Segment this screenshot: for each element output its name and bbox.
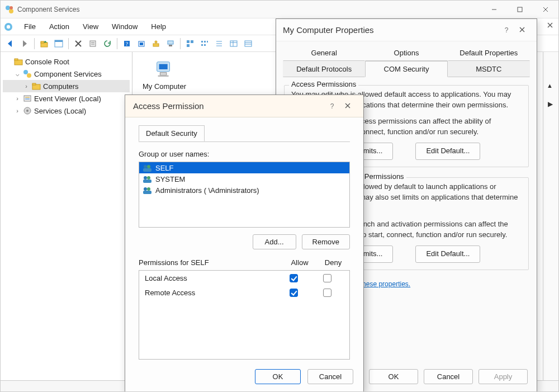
mcprops-cancel-button[interactable]: Cancel — [424, 369, 473, 384]
close-icon[interactable] — [514, 26, 530, 34]
svg-rect-66 — [143, 168, 151, 172]
mcprops-apply-button[interactable]: Apply — [479, 369, 528, 384]
svg-rect-69 — [143, 180, 151, 183]
toolbar-icon-a[interactable] — [135, 37, 148, 50]
chevron-right-icon[interactable]: › — [23, 83, 30, 89]
nav-forward-icon[interactable] — [18, 37, 31, 50]
tree-services[interactable]: › Services (Local) — [3, 105, 130, 117]
access-edit-default-button[interactable]: Edit Default... — [415, 143, 480, 160]
component-services-window: Component Services File Action View Wind… — [0, 0, 559, 392]
titlebar: Component Services — [1, 1, 558, 18]
tab-default-protocols[interactable]: Default Protocols — [283, 61, 365, 77]
minimize-button[interactable] — [481, 1, 507, 18]
tree-event-viewer-label: Event Viewer (Local) — [34, 95, 101, 103]
svg-rect-32 — [201, 44, 203, 46]
help-icon[interactable]: ? — [499, 26, 514, 34]
permissions-for-label: Permissions for SELF — [139, 258, 283, 267]
svg-rect-33 — [204, 44, 206, 46]
tree-component-services[interactable]: ⌵ Component Services — [3, 68, 130, 80]
tree-component-services-label: Component Services — [34, 70, 102, 78]
accperm-cancel-button[interactable]: Cancel — [307, 369, 353, 384]
tab-options[interactable]: Options — [365, 45, 447, 61]
console-tree[interactable]: Console Root ⌵ Component Services › Comp… — [1, 52, 132, 380]
view-icons-small-icon[interactable] — [198, 37, 211, 50]
component-services-icon — [23, 69, 32, 78]
tab-default-security[interactable]: Default Security — [139, 125, 205, 141]
svg-point-45 — [23, 70, 28, 74]
launch-edit-default-button[interactable]: Edit Default... — [415, 245, 480, 263]
tree-computers-label: Computers — [43, 82, 79, 91]
actions-pane: ▲ ▶ — [543, 52, 558, 380]
deny-checkbox[interactable] — [323, 289, 331, 297]
tab-general[interactable]: General — [283, 45, 365, 61]
content-my-computer[interactable]: My Computer — [139, 59, 190, 91]
list-item[interactable]: SYSTEM — [139, 173, 349, 185]
maximize-button[interactable] — [507, 1, 533, 18]
svg-rect-55 — [159, 64, 168, 70]
accperm-ok-button[interactable]: OK — [255, 369, 301, 384]
mcprops-ok-button[interactable]: OK — [369, 369, 418, 384]
services-icon — [23, 106, 32, 115]
svg-point-67 — [144, 176, 147, 180]
view-detail2-icon[interactable] — [241, 37, 255, 50]
svg-rect-30 — [204, 41, 206, 42]
content-my-computer-label: My Computer — [143, 82, 186, 91]
computer-icon — [154, 59, 175, 80]
show-hide-tree-icon[interactable] — [52, 37, 65, 50]
external-close-icon[interactable] — [543, 18, 557, 32]
chevron-down-icon[interactable]: ⌵ — [14, 70, 21, 78]
close-icon[interactable] — [340, 102, 356, 110]
list-item[interactable]: SELF — [139, 162, 349, 173]
scroll-up-icon[interactable]: ▲ — [547, 82, 553, 89]
group-user-names-list[interactable]: SELF SYSTEM Administrators ( \Administra… — [139, 162, 350, 228]
tab-com-security[interactable]: COM Security — [365, 61, 447, 77]
allow-checkbox[interactable] — [290, 289, 298, 297]
event-viewer-icon — [23, 94, 32, 103]
chevron-right-icon[interactable]: › — [14, 107, 21, 114]
add-button[interactable]: Add... — [253, 234, 296, 249]
help-topic-icon[interactable]: ? — [120, 37, 134, 50]
svg-rect-26 — [187, 40, 190, 43]
menu-action[interactable]: Action — [42, 20, 76, 33]
svg-rect-44 — [15, 59, 18, 60]
window-title: Component Services — [17, 6, 481, 13]
toolbar-icon-b[interactable] — [149, 37, 163, 50]
delete-icon[interactable] — [72, 37, 85, 50]
help-icon[interactable]: ? — [324, 102, 340, 110]
svg-point-23 — [155, 41, 157, 43]
tab-default-properties[interactable]: Default Properties — [448, 45, 530, 61]
chevron-right-icon[interactable]: › — [14, 95, 21, 102]
menu-view[interactable]: View — [76, 20, 105, 33]
deny-checkbox[interactable] — [323, 274, 331, 282]
refresh-icon[interactable] — [101, 37, 114, 50]
view-detail-icon[interactable] — [227, 37, 240, 50]
menu-window[interactable]: Window — [105, 20, 144, 33]
tree-root[interactable]: Console Root — [3, 55, 130, 68]
menu-help[interactable]: Help — [144, 20, 173, 33]
svg-rect-22 — [153, 44, 159, 46]
toolbar-icon-c[interactable] — [164, 37, 177, 50]
svg-rect-4 — [518, 7, 522, 12]
properties-icon[interactable] — [86, 37, 100, 50]
tree-computers[interactable]: › Computers — [3, 80, 130, 92]
remove-button[interactable]: Remove — [302, 234, 350, 249]
svg-rect-25 — [169, 45, 172, 46]
close-button[interactable] — [533, 1, 558, 18]
tab-msdtc[interactable]: MSDTC — [448, 61, 530, 77]
svg-point-0 — [6, 6, 10, 10]
svg-rect-31 — [207, 41, 208, 42]
svg-point-53 — [26, 110, 29, 112]
list-item-label: Administrators ( \Administrators) — [155, 186, 259, 195]
view-icons-large-icon[interactable] — [183, 37, 197, 50]
allow-checkbox[interactable] — [290, 274, 298, 282]
svg-point-2 — [10, 6, 13, 10]
nav-back-icon[interactable] — [3, 37, 17, 50]
permissions-list: Local Access Remote Access — [139, 270, 350, 360]
view-list-icon[interactable] — [212, 37, 226, 50]
scroll-right-icon[interactable]: ▶ — [548, 100, 553, 108]
up-icon[interactable] — [37, 37, 51, 50]
list-item[interactable]: Administrators ( \Administrators) — [139, 185, 349, 196]
tree-event-viewer[interactable]: › Event Viewer (Local) — [3, 92, 130, 105]
menu-file[interactable]: File — [17, 20, 42, 33]
svg-rect-72 — [143, 191, 151, 194]
